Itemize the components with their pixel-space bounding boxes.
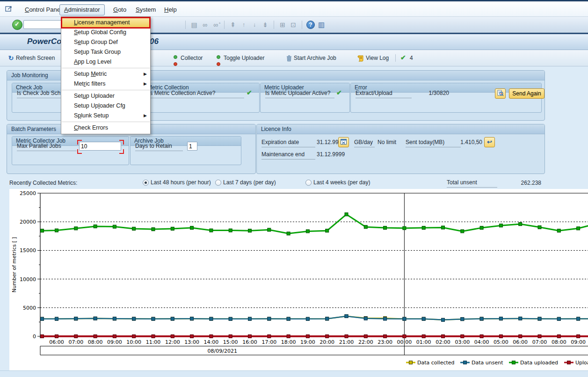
success-check-icon [400, 54, 406, 61]
data-point-marker [306, 230, 309, 233]
menu-item-metric-filters[interactable]: Metric filters▶ [61, 79, 150, 89]
shortcut-icon[interactable]: ⊡ [289, 21, 298, 29]
data-point-marker [442, 335, 445, 338]
print-icon[interactable]: ▤ [190, 21, 198, 29]
start-archive-job-button[interactable]: Start Archive Job [285, 53, 336, 63]
data-point-marker [74, 335, 78, 338]
x-tick-label: 06:00 [513, 339, 528, 345]
system-menu-icon[interactable] [5, 6, 13, 12]
data-point-marker [248, 317, 252, 320]
data-point-marker [171, 317, 174, 320]
menu-item-setup-task-group[interactable]: Setup Task Group [61, 47, 150, 57]
radio-unselected-icon[interactable] [215, 180, 221, 186]
submenu-arrow-icon: ▶ [144, 79, 147, 89]
menubar-item-help[interactable]: Help [160, 5, 181, 15]
button-label: Collector [181, 53, 203, 63]
toggle-icon [172, 55, 179, 62]
radio-option-last-48-hours-per-hour[interactable]: Last 48 hours (per hour) [143, 179, 211, 186]
last-page-icon[interactable]: ⇟ [261, 21, 269, 29]
expiration-date-calendar-button[interactable] [338, 137, 349, 147]
max-parallel-jobs-input[interactable] [79, 142, 121, 151]
data-point-marker [422, 335, 425, 338]
menu-item-license-management[interactable]: License management [61, 18, 150, 28]
enter-button[interactable] [12, 20, 22, 30]
data-point-marker [306, 335, 309, 338]
focus-corner [119, 149, 124, 154]
data-point-marker [132, 335, 136, 338]
error-details-magnifier-button[interactable] [495, 88, 506, 99]
calendar-icon [340, 138, 347, 145]
menu-item-setup-uploader-cfg[interactable]: Setup Uploader Cfg [61, 101, 150, 111]
menu-item-label: Setup Task Group [74, 49, 121, 55]
sent-today-history-button[interactable]: ↩ [484, 137, 495, 147]
maintenance-end-label: Maintenance end [261, 151, 315, 160]
first-page-icon[interactable]: ⇞ [229, 21, 237, 29]
legend-label: Data unsent [472, 360, 503, 366]
radio-option-last-4-weeks-per-day[interactable]: Last 4 weeks (per day) [305, 179, 370, 186]
menubar-item-administrator[interactable]: Administrator [59, 4, 105, 15]
menu-item-setup-uploader[interactable]: Setup Uploader [61, 91, 150, 101]
toggle-uploader-button[interactable]: Toggle Uploader [215, 53, 264, 63]
data-point-marker [287, 232, 290, 235]
sap-gui-window: { "menubar": { "items": [ {"label": "Con… [0, 0, 588, 377]
menu-item-setup-metric[interactable]: Setup Metric▶ [61, 69, 150, 79]
menu-item-splunk-setup[interactable]: Splunk Setup▶ [61, 111, 150, 121]
view-log-button[interactable]: View Log [357, 53, 389, 63]
new-session-icon[interactable]: ⊞ [278, 21, 287, 29]
customize-layout-icon[interactable]: ▥ [317, 21, 326, 29]
page-up-icon[interactable]: ↑ [240, 21, 248, 29]
toolbar-separator [274, 21, 274, 29]
error-field-value: 1/30820 [411, 90, 449, 96]
metric-collection-panel: Metric Collection Is Metric Collection A… [143, 83, 260, 113]
data-point-marker [326, 317, 329, 320]
find-next-icon[interactable]: ∞+ [211, 21, 220, 29]
radio-selected-icon[interactable] [143, 180, 149, 186]
menu-item-label: Metric filters [74, 80, 105, 87]
legend-label: Data collected [417, 360, 455, 366]
data-point-marker [384, 335, 387, 338]
x-tick-label: 14:00 [204, 339, 219, 345]
menubar-item-system[interactable]: System [131, 5, 160, 15]
chart: 050001000015000200002500006:0007:0008:00… [9, 189, 588, 370]
help-icon[interactable]: ? [306, 21, 315, 29]
data-point-marker [557, 229, 560, 232]
data-point-marker [499, 317, 502, 320]
licence-info-group: Licence Info Expiration date 31.12.9999 … [256, 124, 545, 174]
find-icon[interactable]: ∞ [201, 21, 209, 29]
data-point-marker [113, 317, 116, 320]
menu-separator [62, 90, 150, 90]
menu-item-setup-group-def[interactable]: Setup Group Def [61, 37, 150, 47]
date-band-label: 08/09/2021 [207, 348, 237, 354]
menu-item-setup-global-config[interactable]: Setup Global Config [61, 28, 150, 37]
collector-button[interactable]: Collector [172, 53, 203, 63]
menu-item-check-errors[interactable]: Check Errors [61, 123, 150, 133]
days-to-retain-input[interactable] [187, 142, 197, 151]
radio-unselected-icon[interactable] [305, 180, 312, 186]
menu-item-label: Splunk Setup [74, 112, 109, 119]
data-point-marker [190, 335, 194, 338]
focus-corner [77, 149, 82, 154]
data-point-marker [345, 314, 348, 318]
menubar-item-goto[interactable]: Goto [109, 5, 131, 15]
data-point-marker [229, 317, 232, 320]
send-again-button[interactable]: Send Again [509, 88, 544, 99]
y-axis-title: Number of metrics [ ] [11, 237, 17, 293]
focus-corner [77, 140, 82, 145]
data-point-marker [55, 317, 58, 320]
radio-option-last-7-days-per-day[interactable]: Last 7 days (per day) [215, 179, 276, 186]
x-tick-label: 11:00 [146, 339, 161, 345]
toolbar-separator [302, 21, 302, 29]
page-down-icon[interactable]: ↓ [250, 21, 259, 29]
refresh-screen-button[interactable]: ↻Refresh Screen [7, 53, 55, 63]
data-point-marker [190, 317, 194, 320]
x-tick-label: 18:00 [281, 339, 296, 345]
x-tick-label: 15:00 [223, 339, 238, 345]
toolbar-separator [224, 21, 225, 29]
button-label: Toggle Uploader [224, 53, 264, 63]
data-point-marker [480, 226, 483, 230]
data-point-marker [74, 227, 78, 230]
y-tick-label: 0 [33, 334, 36, 340]
view-log-icon [357, 55, 364, 62]
data-point-marker [519, 317, 522, 320]
menu-item-app-log-level[interactable]: App Log Level [61, 57, 150, 67]
